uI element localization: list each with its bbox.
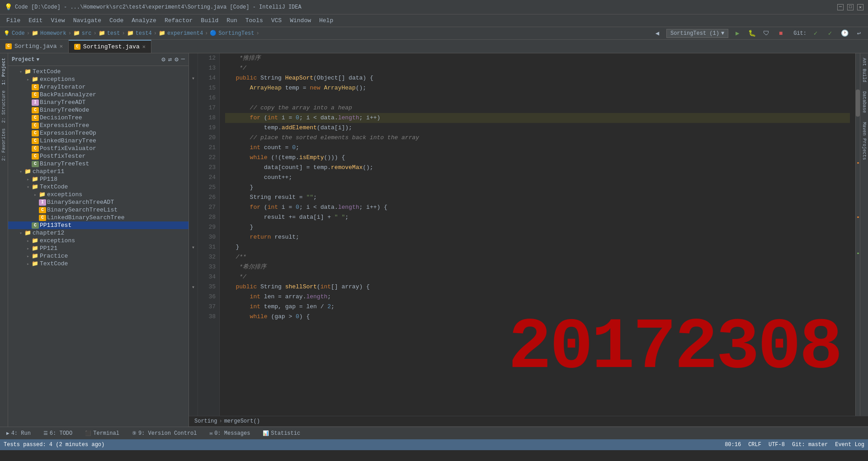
- tab-sortingtest-java[interactable]: C SortingTest.java ✕: [69, 40, 151, 53]
- panel-settings-icon[interactable]: ⚙: [161, 56, 165, 63]
- tree-item-linkedbst[interactable]: C LinkedBinarySearchTree: [8, 214, 189, 221]
- gutter-35[interactable]: ▼: [190, 282, 197, 292]
- breadcrumb-test[interactable]: test: [107, 30, 120, 37]
- run-coverage-button[interactable]: 🛡: [761, 28, 772, 39]
- tree-item-practice[interactable]: ▸ 📁 Practice: [8, 252, 189, 260]
- tree-item-chapter11[interactable]: ▾ 📁 chapter11: [8, 168, 189, 175]
- code-area[interactable]: *推排序 */ public String HeapSort(Object[] …: [220, 53, 855, 416]
- breadcrumb-src[interactable]: src: [82, 30, 92, 37]
- menu-item-navigate[interactable]: Navigate: [70, 16, 105, 25]
- status-position[interactable]: 80:16: [725, 442, 741, 448]
- tree-item-pp113test[interactable]: C PP113Test: [8, 221, 189, 229]
- menu-item-view[interactable]: View: [47, 16, 68, 25]
- gutter-31[interactable]: ▼: [190, 242, 197, 252]
- tab-sorting-java[interactable]: C Sorting.java ✕: [0, 40, 69, 53]
- tree-item-bstadt[interactable]: I BinarySearchTreeADT: [8, 198, 189, 206]
- tree-item-exceptions1[interactable]: ▸ 📁 exceptions: [8, 75, 189, 83]
- tree-item-exceptions3[interactable]: ▸ 📁 exceptions: [8, 237, 189, 245]
- tree-item-textcode3[interactable]: ▸ 📁 TextCode: [8, 260, 189, 268]
- tab-close-sortingtest[interactable]: ✕: [142, 43, 146, 50]
- panel-layout-icon[interactable]: ⇄: [168, 56, 172, 63]
- menu-item-window[interactable]: Window: [286, 16, 315, 25]
- tree-item-bstlist[interactable]: C BinarySearchTreeList: [8, 206, 189, 214]
- database-tab[interactable]: Database: [861, 89, 868, 116]
- tree-item-pp118[interactable]: ▸ 📁 PP118: [8, 175, 189, 183]
- tree-item-binarytreeadt[interactable]: I BinaryTreeADT: [8, 99, 189, 106]
- maven-tab[interactable]: Maven Projects: [861, 119, 868, 163]
- editor-scrollbar[interactable]: [855, 53, 860, 416]
- statistic-tab[interactable]: 📊 Statistic: [260, 429, 303, 437]
- code-line-30: return result;: [225, 232, 850, 242]
- menu-item-code[interactable]: Code: [106, 16, 127, 25]
- project-dropdown-icon[interactable]: ▼: [36, 57, 39, 62]
- run-button[interactable]: ▶: [732, 28, 743, 39]
- todo-tab[interactable]: ☰ 6: TODO: [41, 429, 75, 437]
- file-icon-linkedbst: C: [39, 215, 46, 221]
- back-nav-button[interactable]: ◀: [652, 28, 663, 39]
- breadcrumb-code[interactable]: Code: [12, 30, 25, 37]
- fold-35-icon: ▼: [192, 285, 194, 289]
- panel-close-icon[interactable]: ─: [181, 56, 185, 63]
- tree-item-expressiontreeop[interactable]: C ExpressionTreeOp: [8, 129, 189, 137]
- debug-button[interactable]: 🐛: [746, 28, 757, 39]
- menu-item-help[interactable]: Help: [316, 16, 337, 25]
- menu-item-tools[interactable]: Tools: [242, 16, 267, 25]
- git-check-button[interactable]: ✓: [810, 28, 821, 39]
- ln-21: 21: [200, 143, 216, 153]
- ant-build-tab[interactable]: Ant Build: [861, 55, 868, 85]
- tree-label-textcode3: TextCode: [40, 260, 68, 267]
- status-linesep[interactable]: CRLF: [748, 442, 761, 448]
- gutter-33: [190, 262, 197, 272]
- tree-item-arrayiterator[interactable]: C ArrayIterator: [8, 83, 189, 91]
- breadcrumb-exp4[interactable]: experiment4: [167, 30, 203, 37]
- structure-tab-vertical[interactable]: 2: Structure: [0, 88, 7, 126]
- panel-gear-icon[interactable]: ⚙: [175, 56, 178, 63]
- menu-item-edit[interactable]: Edit: [25, 16, 46, 25]
- minimize-button[interactable]: ─: [837, 4, 844, 10]
- project-tab-vertical[interactable]: 1: Project: [0, 55, 7, 88]
- favorites-tab-vertical[interactable]: 2: Favorites: [0, 126, 7, 164]
- tree-item-linkedbinarytree[interactable]: C LinkedBinaryTree: [8, 137, 189, 145]
- tree-item-backpainanalyzer[interactable]: C BackPainAnalyzer: [8, 91, 189, 99]
- code-line-24: count++;: [225, 173, 850, 183]
- git-revert-button[interactable]: ↩: [854, 28, 864, 39]
- tree-item-postfixtester[interactable]: C PostfixTester: [8, 152, 189, 160]
- tree-item-chapter12[interactable]: ▾ 📁 chapter12: [8, 229, 189, 237]
- breadcrumb-sortingtest[interactable]: SortingTest: [218, 30, 254, 37]
- event-log-label[interactable]: Event Log: [835, 442, 864, 448]
- tree-item-postfixevaluator[interactable]: C PostfixEvaluator: [8, 145, 189, 152]
- tree-label-exceptions1: exceptions: [40, 76, 75, 83]
- gutter-14[interactable]: ▼: [190, 73, 197, 83]
- run-tab[interactable]: ▶ 4: Run: [4, 429, 33, 437]
- breadcrumb-homework[interactable]: Homework: [40, 30, 66, 37]
- messages-tab[interactable]: ✉ 0: Messages: [207, 429, 253, 437]
- tree-item-binarytreetest[interactable]: C BinaryTreeTest: [8, 160, 189, 168]
- menu-item-build[interactable]: Build: [197, 16, 222, 25]
- maximize-button[interactable]: □: [847, 4, 854, 10]
- status-encoding[interactable]: UTF-8: [769, 442, 785, 448]
- terminal-tab[interactable]: ⬛ Terminal: [82, 429, 122, 437]
- tree-item-textcode[interactable]: ▾ 📁 TextCode: [8, 68, 189, 75]
- tree-item-binarytreenode[interactable]: C BinaryTreeNode: [8, 106, 189, 114]
- breadcrumb-test4[interactable]: test4: [136, 30, 152, 37]
- code-line-17: // copy the array into a heap: [225, 103, 850, 113]
- run-config-dropdown[interactable]: SortingTest (1) ▼: [666, 29, 728, 38]
- menu-item-refactor[interactable]: Refactor: [161, 16, 196, 25]
- git-history-button[interactable]: 🕐: [839, 28, 850, 39]
- scrollbar-thumb[interactable]: [856, 89, 860, 117]
- tree-item-decisiontree[interactable]: C DecisionTree: [8, 114, 189, 122]
- tree-item-expressiontree[interactable]: C ExpressionTree: [8, 122, 189, 129]
- close-button[interactable]: ✕: [857, 4, 863, 10]
- tab-close-sorting[interactable]: ✕: [60, 43, 63, 50]
- git-push-button[interactable]: ✓: [825, 28, 835, 39]
- tree-item-pp121[interactable]: ▸ 📁 PP121: [8, 245, 189, 252]
- menu-item-file[interactable]: File: [3, 16, 24, 25]
- menu-item-run[interactable]: Run: [223, 16, 241, 25]
- vcs-tab[interactable]: ⑨ 9: Version Control: [129, 429, 200, 437]
- menu-item-vcs[interactable]: VCS: [268, 16, 285, 25]
- menu-item-analyze[interactable]: Analyze: [128, 16, 160, 25]
- tree-item-textcode2[interactable]: ▾ 📁 TextCode: [8, 183, 189, 191]
- tree-item-exceptions2[interactable]: ▸ 📁 exceptions: [8, 191, 189, 198]
- code-line-32: /**: [225, 252, 850, 262]
- stop-button[interactable]: ■: [775, 28, 786, 39]
